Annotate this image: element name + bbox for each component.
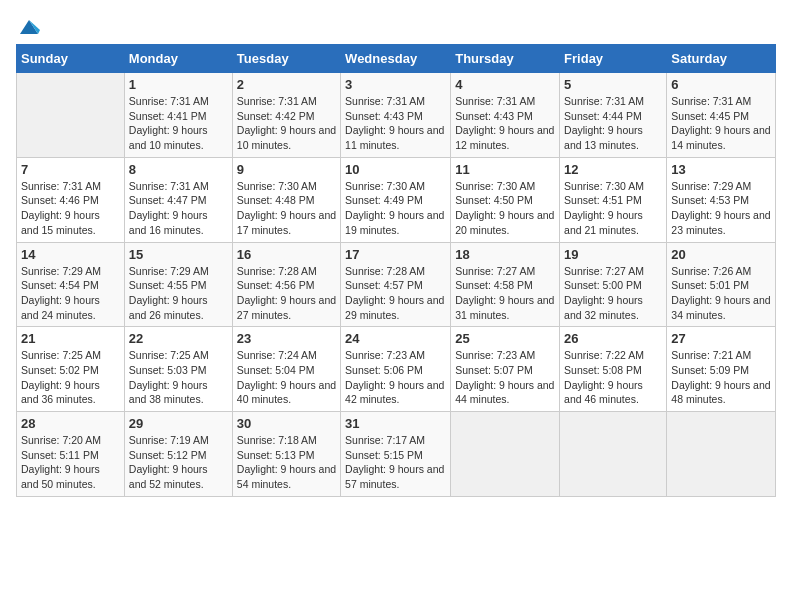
calendar-cell: 15Sunrise: 7:29 AMSunset: 4:55 PMDayligh… <box>124 242 232 327</box>
day-info: Sunrise: 7:23 AMSunset: 5:07 PMDaylight:… <box>455 348 555 407</box>
calendar-cell: 8Sunrise: 7:31 AMSunset: 4:47 PMDaylight… <box>124 157 232 242</box>
day-number: 30 <box>237 416 336 431</box>
day-number: 23 <box>237 331 336 346</box>
calendar-cell: 5Sunrise: 7:31 AMSunset: 4:44 PMDaylight… <box>560 73 667 158</box>
day-number: 7 <box>21 162 120 177</box>
calendar-cell <box>667 412 776 497</box>
day-info: Sunrise: 7:31 AMSunset: 4:41 PMDaylight:… <box>129 94 228 153</box>
calendar-table: SundayMondayTuesdayWednesdayThursdayFrid… <box>16 44 776 497</box>
day-info: Sunrise: 7:28 AMSunset: 4:57 PMDaylight:… <box>345 264 446 323</box>
day-number: 27 <box>671 331 771 346</box>
day-info: Sunrise: 7:21 AMSunset: 5:09 PMDaylight:… <box>671 348 771 407</box>
calendar-cell: 7Sunrise: 7:31 AMSunset: 4:46 PMDaylight… <box>17 157 125 242</box>
day-number: 18 <box>455 247 555 262</box>
day-info: Sunrise: 7:25 AMSunset: 5:03 PMDaylight:… <box>129 348 228 407</box>
day-info: Sunrise: 7:31 AMSunset: 4:47 PMDaylight:… <box>129 179 228 238</box>
day-info: Sunrise: 7:27 AMSunset: 4:58 PMDaylight:… <box>455 264 555 323</box>
weekday-header-monday: Monday <box>124 45 232 73</box>
day-number: 16 <box>237 247 336 262</box>
day-number: 11 <box>455 162 555 177</box>
calendar-cell: 31Sunrise: 7:17 AMSunset: 5:15 PMDayligh… <box>341 412 451 497</box>
day-number: 19 <box>564 247 662 262</box>
calendar-cell: 26Sunrise: 7:22 AMSunset: 5:08 PMDayligh… <box>560 327 667 412</box>
calendar-cell: 29Sunrise: 7:19 AMSunset: 5:12 PMDayligh… <box>124 412 232 497</box>
day-number: 25 <box>455 331 555 346</box>
day-info: Sunrise: 7:31 AMSunset: 4:45 PMDaylight:… <box>671 94 771 153</box>
day-number: 6 <box>671 77 771 92</box>
calendar-cell <box>451 412 560 497</box>
weekday-header-sunday: Sunday <box>17 45 125 73</box>
day-info: Sunrise: 7:30 AMSunset: 4:49 PMDaylight:… <box>345 179 446 238</box>
day-info: Sunrise: 7:31 AMSunset: 4:43 PMDaylight:… <box>455 94 555 153</box>
day-number: 28 <box>21 416 120 431</box>
calendar-cell: 11Sunrise: 7:30 AMSunset: 4:50 PMDayligh… <box>451 157 560 242</box>
day-number: 13 <box>671 162 771 177</box>
calendar-cell: 20Sunrise: 7:26 AMSunset: 5:01 PMDayligh… <box>667 242 776 327</box>
day-info: Sunrise: 7:29 AMSunset: 4:54 PMDaylight:… <box>21 264 120 323</box>
calendar-cell: 19Sunrise: 7:27 AMSunset: 5:00 PMDayligh… <box>560 242 667 327</box>
day-number: 17 <box>345 247 446 262</box>
calendar-cell: 28Sunrise: 7:20 AMSunset: 5:11 PMDayligh… <box>17 412 125 497</box>
calendar-cell: 2Sunrise: 7:31 AMSunset: 4:42 PMDaylight… <box>232 73 340 158</box>
calendar-cell: 9Sunrise: 7:30 AMSunset: 4:48 PMDaylight… <box>232 157 340 242</box>
day-number: 3 <box>345 77 446 92</box>
calendar-cell: 14Sunrise: 7:29 AMSunset: 4:54 PMDayligh… <box>17 242 125 327</box>
day-info: Sunrise: 7:23 AMSunset: 5:06 PMDaylight:… <box>345 348 446 407</box>
day-info: Sunrise: 7:26 AMSunset: 5:01 PMDaylight:… <box>671 264 771 323</box>
day-info: Sunrise: 7:29 AMSunset: 4:55 PMDaylight:… <box>129 264 228 323</box>
day-number: 15 <box>129 247 228 262</box>
day-info: Sunrise: 7:31 AMSunset: 4:42 PMDaylight:… <box>237 94 336 153</box>
calendar-cell: 12Sunrise: 7:30 AMSunset: 4:51 PMDayligh… <box>560 157 667 242</box>
day-info: Sunrise: 7:31 AMSunset: 4:44 PMDaylight:… <box>564 94 662 153</box>
calendar-cell: 22Sunrise: 7:25 AMSunset: 5:03 PMDayligh… <box>124 327 232 412</box>
day-number: 31 <box>345 416 446 431</box>
weekday-header-thursday: Thursday <box>451 45 560 73</box>
calendar-cell: 16Sunrise: 7:28 AMSunset: 4:56 PMDayligh… <box>232 242 340 327</box>
calendar-cell: 3Sunrise: 7:31 AMSunset: 4:43 PMDaylight… <box>341 73 451 158</box>
calendar-cell: 13Sunrise: 7:29 AMSunset: 4:53 PMDayligh… <box>667 157 776 242</box>
day-number: 5 <box>564 77 662 92</box>
calendar-cell <box>560 412 667 497</box>
day-info: Sunrise: 7:25 AMSunset: 5:02 PMDaylight:… <box>21 348 120 407</box>
day-info: Sunrise: 7:20 AMSunset: 5:11 PMDaylight:… <box>21 433 120 492</box>
day-info: Sunrise: 7:30 AMSunset: 4:48 PMDaylight:… <box>237 179 336 238</box>
day-number: 2 <box>237 77 336 92</box>
day-number: 21 <box>21 331 120 346</box>
day-number: 1 <box>129 77 228 92</box>
day-number: 9 <box>237 162 336 177</box>
calendar-cell: 6Sunrise: 7:31 AMSunset: 4:45 PMDaylight… <box>667 73 776 158</box>
day-number: 24 <box>345 331 446 346</box>
calendar-cell: 24Sunrise: 7:23 AMSunset: 5:06 PMDayligh… <box>341 327 451 412</box>
day-info: Sunrise: 7:22 AMSunset: 5:08 PMDaylight:… <box>564 348 662 407</box>
weekday-header-saturday: Saturday <box>667 45 776 73</box>
calendar-cell: 1Sunrise: 7:31 AMSunset: 4:41 PMDaylight… <box>124 73 232 158</box>
day-info: Sunrise: 7:24 AMSunset: 5:04 PMDaylight:… <box>237 348 336 407</box>
calendar-cell: 30Sunrise: 7:18 AMSunset: 5:13 PMDayligh… <box>232 412 340 497</box>
day-info: Sunrise: 7:27 AMSunset: 5:00 PMDaylight:… <box>564 264 662 323</box>
day-info: Sunrise: 7:31 AMSunset: 4:43 PMDaylight:… <box>345 94 446 153</box>
day-number: 20 <box>671 247 771 262</box>
day-number: 4 <box>455 77 555 92</box>
weekday-header-tuesday: Tuesday <box>232 45 340 73</box>
logo-icon <box>18 16 40 38</box>
weekday-header-wednesday: Wednesday <box>341 45 451 73</box>
day-info: Sunrise: 7:29 AMSunset: 4:53 PMDaylight:… <box>671 179 771 238</box>
day-number: 29 <box>129 416 228 431</box>
calendar-cell <box>17 73 125 158</box>
calendar-cell: 4Sunrise: 7:31 AMSunset: 4:43 PMDaylight… <box>451 73 560 158</box>
day-number: 22 <box>129 331 228 346</box>
calendar-cell: 10Sunrise: 7:30 AMSunset: 4:49 PMDayligh… <box>341 157 451 242</box>
calendar-cell: 21Sunrise: 7:25 AMSunset: 5:02 PMDayligh… <box>17 327 125 412</box>
weekday-header-friday: Friday <box>560 45 667 73</box>
day-info: Sunrise: 7:28 AMSunset: 4:56 PMDaylight:… <box>237 264 336 323</box>
day-number: 8 <box>129 162 228 177</box>
day-number: 26 <box>564 331 662 346</box>
day-info: Sunrise: 7:30 AMSunset: 4:50 PMDaylight:… <box>455 179 555 238</box>
day-info: Sunrise: 7:18 AMSunset: 5:13 PMDaylight:… <box>237 433 336 492</box>
day-info: Sunrise: 7:19 AMSunset: 5:12 PMDaylight:… <box>129 433 228 492</box>
day-info: Sunrise: 7:30 AMSunset: 4:51 PMDaylight:… <box>564 179 662 238</box>
day-number: 12 <box>564 162 662 177</box>
day-number: 10 <box>345 162 446 177</box>
day-info: Sunrise: 7:31 AMSunset: 4:46 PMDaylight:… <box>21 179 120 238</box>
page-header <box>16 16 776 32</box>
